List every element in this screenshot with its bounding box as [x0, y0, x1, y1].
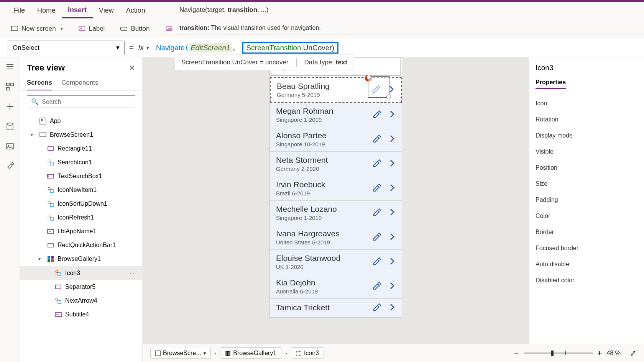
edit-icon[interactable] [373, 281, 382, 292]
menu-insert[interactable]: Insert [62, 3, 93, 18]
gallery-item[interactable]: Elouise StanwoodUK 1-2020 [270, 250, 402, 274]
prop-row-disabled-color[interactable]: Disabled color [536, 272, 638, 288]
prop-row-padding[interactable]: Padding [536, 192, 638, 208]
tree-node-browsegallery1[interactable]: ▾BrowseGallery1 [20, 252, 142, 266]
tree-node-nextarrow4[interactable]: NextArrow4 [20, 294, 142, 308]
tab-screens[interactable]: Screens [27, 76, 52, 90]
tree-node-rectangle11[interactable]: Rectangle11 [20, 142, 142, 156]
edit-icon[interactable] [373, 232, 382, 243]
prop-row-display-mode[interactable]: Display mode [536, 128, 638, 144]
property-selector[interactable]: OnSelect ▾ [8, 41, 125, 55]
tree-node-textsearchbox1[interactable]: TextSearchBox1 [20, 169, 142, 183]
zoom-handle[interactable] [551, 351, 554, 356]
edit-icon[interactable] [373, 257, 382, 267]
edit-icon[interactable] [373, 134, 382, 145]
next-arrow-icon[interactable] [389, 281, 396, 292]
next-arrow-icon[interactable] [389, 134, 396, 145]
formula-arg1: EditScreen1 [189, 43, 232, 52]
next-arrow-icon[interactable] [388, 85, 395, 95]
hamburger-icon[interactable] [5, 62, 15, 71]
item-name: Alonso Partee [276, 131, 373, 140]
menu-home[interactable]: Home [31, 3, 62, 18]
tree-node-iconrefresh1[interactable]: IconRefresh1 [20, 211, 142, 224]
svg-rect-17 [50, 162, 53, 165]
menu-view[interactable]: View [93, 3, 120, 18]
media-icon[interactable] [5, 142, 15, 151]
tree-node-icon3[interactable]: Icon3··· [20, 266, 142, 280]
gallery-item[interactable]: Irvin RoebuckBrazil 6-2019 [270, 176, 402, 201]
prop-row-focused-border[interactable]: Focused border [536, 240, 638, 256]
tree-node-subtitle4[interactable]: Subtitle4 [20, 308, 142, 321]
rect-icon [54, 283, 62, 291]
formula-bar[interactable]: Navigate(EditScreen1, ScreenTransition.U… [153, 42, 636, 54]
tree-node-browsescreen1[interactable]: ▾BrowseScreen1 [20, 128, 142, 142]
prop-row-color[interactable]: Color [536, 208, 638, 224]
tree-node-label: IconSortUpDown1 [58, 200, 107, 207]
gallery-item[interactable]: Neta StormentGermany 2-2020 [270, 152, 402, 176]
gallery-item[interactable]: Alonso ParteeSingapore 10-2019 [270, 127, 402, 152]
item-name: Megan Rohman [276, 106, 373, 116]
gallery-item[interactable]: Tamica Trickett [270, 299, 402, 318]
breadcrumb-screen[interactable]: BrowseScre... ▾ [150, 348, 211, 359]
tree-node-iconsortupdown1[interactable]: IconSortUpDown1 [20, 197, 142, 211]
tree-search-input[interactable] [42, 98, 131, 105]
edit-icon[interactable] [372, 85, 381, 95]
prop-row-auto-disable[interactable]: Auto disable [536, 256, 638, 272]
fx-label[interactable]: fx ▾ [138, 44, 148, 52]
tree-node-app[interactable]: App [20, 114, 142, 128]
chevron-down-icon: ▾ [116, 44, 120, 52]
tree-node-separator5[interactable]: Separator5 [20, 280, 142, 294]
tree-node-lblappname1[interactable]: LblAppName1 [20, 224, 142, 238]
svg-point-33 [56, 270, 58, 273]
next-arrow-icon[interactable] [389, 110, 396, 120]
next-arrow-icon[interactable] [389, 257, 396, 267]
prop-row-border[interactable]: Border [536, 224, 638, 240]
edit-icon[interactable] [373, 183, 382, 194]
tab-components[interactable]: Components [61, 76, 98, 90]
label-button[interactable]: Label [75, 23, 108, 35]
tree-node-iconnewitem1[interactable]: IconNewItem1 [20, 183, 142, 197]
new-screen-button[interactable]: New screen ▾ [8, 23, 66, 35]
more-icon[interactable]: ··· [130, 269, 138, 277]
gallery-item[interactable]: Ivana HargreavesUnited States 6-2019 [270, 225, 402, 250]
menu-file[interactable]: File [8, 3, 31, 18]
item-name: Beau Spratling [277, 82, 372, 91]
tree-node-searchicon1[interactable]: SearchIcon1 [20, 156, 142, 169]
edit-icon[interactable] [373, 208, 382, 218]
prop-row-size[interactable]: Size [536, 176, 638, 192]
next-arrow-icon[interactable] [389, 303, 396, 313]
gallery-item[interactable]: Kia DejohnAustralia 6-2019 [270, 274, 402, 299]
next-arrow-icon[interactable] [389, 183, 396, 194]
tools-icon[interactable] [5, 162, 15, 171]
menu-action[interactable]: Action [120, 3, 151, 18]
tree-view-icon[interactable] [5, 82, 15, 91]
edit-icon[interactable] [373, 303, 382, 313]
prop-row-icon[interactable]: Icon [536, 95, 638, 111]
data-icon[interactable] [5, 122, 15, 131]
tree-node-rectquickactionbar1[interactable]: RectQuickActionBar1 [20, 238, 142, 252]
breadcrumb-icon[interactable]: ⬚ Icon3 [291, 347, 324, 359]
next-arrow-icon[interactable] [389, 208, 396, 218]
gallery-item[interactable]: Megan RohmanSingapore 1-2019 [270, 103, 402, 127]
edit-icon[interactable] [373, 110, 382, 120]
close-icon[interactable]: ✕ [129, 63, 135, 72]
fullscreen-icon[interactable]: ⤢ [630, 349, 636, 358]
prop-row-position[interactable]: Position [536, 160, 638, 176]
gallery-item[interactable]: Beau SpratlingGermany 5-2019✕ [270, 77, 402, 103]
prop-row-rotation[interactable]: Rotation [536, 111, 638, 128]
zoom-out-button[interactable]: − [514, 348, 519, 358]
tab-properties[interactable]: Properties [536, 77, 566, 89]
edit-icon[interactable] [373, 159, 382, 169]
gallery-item[interactable]: Mechelle LozanoSingapore 1-2019 [270, 201, 402, 225]
prop-row-visible[interactable]: Visible [536, 144, 638, 160]
zoom-in-button[interactable]: + [597, 348, 602, 358]
add-icon[interactable] [5, 102, 15, 111]
svg-rect-12 [40, 118, 46, 124]
tree-search-box[interactable]: 🔍 [27, 95, 135, 108]
zoom-slider[interactable] [524, 352, 593, 354]
button-button[interactable]: Button [117, 23, 153, 35]
gallery-icon [47, 255, 54, 263]
breadcrumb-gallery[interactable]: ▦ BrowseGallery1 [220, 347, 281, 359]
next-arrow-icon[interactable] [389, 159, 396, 169]
next-arrow-icon[interactable] [389, 232, 396, 243]
